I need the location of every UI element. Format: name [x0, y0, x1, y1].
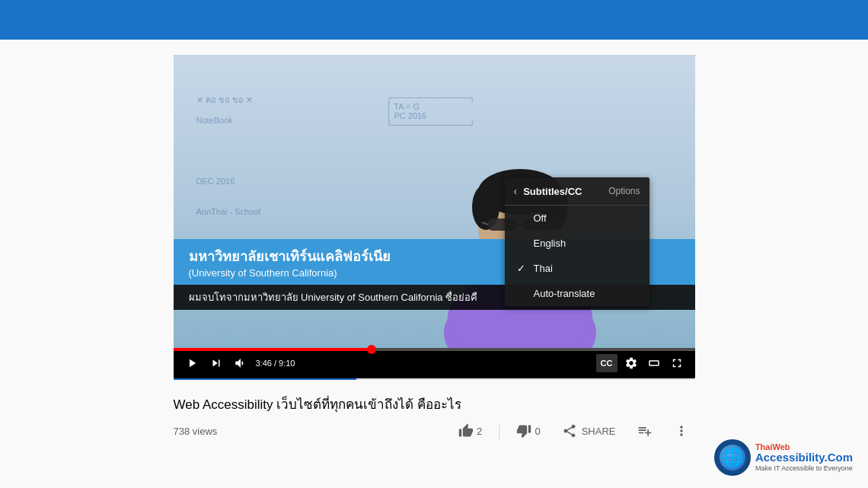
add-to-playlist-button[interactable] [631, 420, 659, 442]
cc-check-thai: ✓ [517, 263, 528, 274]
brand-text: ThaiWeb Accessibility.Com Make IT Access… [755, 442, 853, 472]
play-icon [185, 356, 199, 370]
cc-options-link[interactable]: Options [608, 186, 640, 196]
scribble-4: DEC 2016 [196, 177, 235, 186]
cc-dropdown: ‹ Subtitles/CC Options Off English ✓ Tha… [505, 177, 649, 306]
scribble-1: ✕ คอ ขอ ขอ ✕ [196, 93, 253, 107]
play-button[interactable] [183, 354, 201, 372]
cc-label-off: Off [534, 212, 547, 224]
dislike-count: 0 [535, 426, 540, 437]
video-container: ✕ คอ ขอ ขอ ✕ NoteBook ┌─────────────┐│ T… [174, 55, 695, 378]
theater-icon [647, 356, 661, 370]
controls-bar: 3:46 / 9:10 CC [174, 348, 695, 378]
main-content: ✕ คอ ขอ ขอ ✕ NoteBook ┌─────────────┐│ T… [0, 40, 868, 463]
video-info: Web Accessibility เว็บไซต์ที่ทุกคนเข้าถึ… [174, 383, 695, 448]
time-display: 3:46 / 9:10 [256, 359, 295, 368]
dislike-button[interactable]: 0 [510, 420, 546, 442]
cc-menu-title: Subtitles/CC [523, 186, 608, 197]
brand-main-name: Accessibility.Com [755, 451, 853, 464]
like-icon [458, 423, 474, 439]
like-count: 2 [477, 426, 482, 437]
views-count: 738 views [174, 426, 218, 437]
controls-bar-inner: 3:46 / 9:10 CC [183, 348, 686, 378]
video-title: Web Accessibility เว็บไซต์ที่ทุกคนเข้าถึ… [174, 394, 695, 414]
dislike-icon [516, 423, 531, 439]
brand-logo: ThaiWeb Accessibility.Com Make IT Access… [714, 439, 853, 476]
share-icon [562, 423, 577, 439]
fullscreen-button[interactable] [668, 354, 686, 372]
cc-item-english[interactable]: English [505, 231, 649, 256]
video-meta: 738 views 2 | 0 SHARE [174, 420, 695, 442]
action-buttons: 2 | 0 SHARE [452, 420, 694, 442]
like-dislike-divider: | [497, 423, 501, 440]
cc-back-button[interactable]: ‹ [514, 185, 518, 197]
settings-button[interactable] [622, 354, 640, 372]
next-icon [209, 356, 223, 370]
cc-label: CC [601, 359, 613, 368]
cc-dropdown-header: ‹ Subtitles/CC Options [505, 177, 649, 206]
volume-button[interactable] [231, 354, 250, 372]
volume-icon [234, 356, 247, 370]
like-button[interactable]: 2 [452, 420, 488, 442]
video-frame[interactable]: ✕ คอ ขอ ขอ ✕ NoteBook ┌─────────────┐│ T… [174, 55, 695, 348]
scribble-2: NoteBook [196, 116, 233, 125]
cc-label-english: English [534, 238, 566, 249]
cc-label-auto: Auto-translate [534, 288, 595, 299]
next-button[interactable] [207, 354, 225, 372]
theater-button[interactable] [645, 354, 663, 372]
share-button[interactable]: SHARE [556, 420, 622, 442]
more-icon [674, 423, 689, 439]
more-button[interactable] [668, 420, 695, 442]
share-label: SHARE [582, 426, 616, 437]
controls-right: CC [596, 354, 686, 372]
brand-sub-text: Make IT Accessible to Everyone [755, 464, 853, 473]
settings-icon [624, 356, 638, 370]
scribble-5: AnnThai - School [196, 207, 260, 216]
fullscreen-icon [670, 356, 684, 370]
cc-button[interactable]: CC [596, 354, 617, 372]
cc-label-thai: Thai [534, 263, 553, 274]
cc-item-auto-translate[interactable]: Auto-translate [505, 281, 649, 306]
cc-item-thai[interactable]: ✓ Thai [505, 256, 649, 281]
cc-item-off[interactable]: Off [505, 206, 649, 231]
progress-divider [174, 378, 695, 380]
top-bar [0, 0, 868, 40]
brand-icon [714, 439, 751, 476]
add-to-playlist-icon [637, 423, 653, 439]
